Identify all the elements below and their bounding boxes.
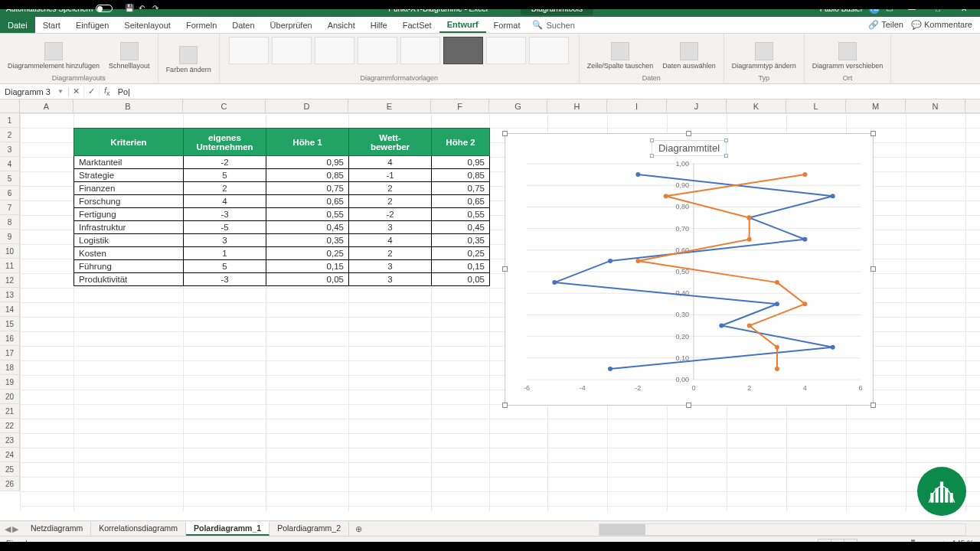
row-header-26[interactable]: 26 [0,477,20,491]
table-cell[interactable]: 2 [349,195,432,208]
change-colors-button[interactable]: Farben ändern [163,44,214,75]
tab-einfügen[interactable]: Einfügen [68,17,116,33]
row-header-23[interactable]: 23 [0,433,20,448]
sheet-tab[interactable]: Polardiagramm_2 [270,522,349,536]
row-header-9[interactable]: 9 [0,230,20,244]
table-cell[interactable]: 0,15 [266,260,349,273]
col-header-B[interactable]: B [74,99,183,112]
chart-style-thumb[interactable] [529,37,569,64]
table-cell[interactable]: 5 [184,169,266,182]
table-cell[interactable]: 0,85 [432,169,490,182]
name-box[interactable]: Diagramm 3▼ [0,87,69,96]
chart-style-thumb[interactable] [272,37,312,64]
col-header-J[interactable]: J [667,99,727,112]
row-header-13[interactable]: 13 [0,288,20,302]
row-header-24[interactable]: 24 [0,448,20,462]
tab-file[interactable]: Datei [0,17,35,33]
table-cell[interactable]: 0,95 [266,156,349,169]
move-chart-button[interactable]: Diagramm verschieben [809,41,887,71]
chart-style-thumb[interactable] [400,37,440,64]
tab-seitenlayout[interactable]: Seitenlayout [116,17,178,33]
row-header-25[interactable]: 25 [0,462,20,477]
row-header-3[interactable]: 3 [0,142,20,157]
row-header-6[interactable]: 6 [0,186,20,201]
col-header-G[interactable]: G [489,99,547,112]
row-header-16[interactable]: 16 [0,331,20,346]
col-header-K[interactable]: K [727,99,786,112]
row-header-2[interactable]: 2 [0,128,20,142]
col-header-M[interactable]: M [846,99,906,112]
row-header-7[interactable]: 7 [0,201,20,215]
sheet-tab[interactable]: Netzdiagramm [23,522,91,536]
row-header-20[interactable]: 20 [0,390,20,404]
table-cell[interactable]: 2 [349,247,432,260]
table-cell[interactable]: 0,45 [266,221,349,234]
switch-row-col-button[interactable]: Zeile/Spalte tauschen [584,41,657,71]
row-header-18[interactable]: 18 [0,360,20,375]
tab-factset[interactable]: FactSet [395,17,439,33]
select-data-button[interactable]: Daten auswählen [659,41,719,71]
tab-hilfe[interactable]: Hilfe [363,17,395,33]
cancel-formula-icon[interactable]: ✕ [69,86,84,96]
table-cell[interactable]: Logistik [74,234,184,247]
table-cell[interactable]: Produktivität [74,273,184,286]
chart-style-thumb[interactable] [443,37,483,64]
sheet-tab[interactable]: Polardiagramm_1 [186,522,270,536]
tab-überprüfen[interactable]: Überprüfen [263,17,320,33]
col-header-D[interactable]: D [266,99,348,112]
table-cell[interactable]: 0,95 [432,156,490,169]
table-cell[interactable]: 0,15 [432,260,490,273]
sheet-tab[interactable]: Korrelationsdiagramm [91,522,186,536]
row-header-12[interactable]: 12 [0,273,20,288]
add-chart-element-button[interactable]: Diagrammelement hinzufügen [5,41,103,71]
row-header-5[interactable]: 5 [0,171,20,186]
tab-format[interactable]: Format [486,17,528,33]
table-cell[interactable]: Finanzen [74,182,184,195]
table-cell[interactable]: Marktanteil [74,156,184,169]
fx-icon[interactable]: fx [100,86,115,97]
table-cell[interactable]: 0,05 [266,273,349,286]
chart-style-thumb[interactable] [358,37,397,64]
tell-me-search[interactable]: 🔍 Suchen [532,17,574,33]
table-cell[interactable]: Forschung [74,195,184,208]
table-cell[interactable]: 0,05 [432,273,490,286]
row-header-21[interactable]: 21 [0,404,20,419]
table-cell[interactable]: -1 [349,169,432,182]
quick-layout-button[interactable]: Schnelllayout [106,41,153,71]
tab-start[interactable]: Start [35,17,68,33]
table-cell[interactable]: Führung [74,260,184,273]
table-cell[interactable]: -3 [184,273,266,286]
col-header-N[interactable]: N [906,99,965,112]
col-header-C[interactable]: C [183,99,266,112]
table-cell[interactable]: 3 [184,234,266,247]
col-header-E[interactable]: E [348,99,431,112]
table-cell[interactable]: 0,35 [432,234,490,247]
table-cell[interactable]: -2 [184,156,266,169]
row-header-15[interactable]: 15 [0,317,20,331]
table-cell[interactable]: 0,75 [266,182,349,195]
chevron-down-icon[interactable]: ▼ [57,88,64,95]
table-cell[interactable]: 0,25 [266,247,349,260]
table-cell[interactable]: 4 [349,234,432,247]
tab-ansicht[interactable]: Ansicht [320,17,363,33]
row-header-8[interactable]: 8 [0,215,20,230]
table-cell[interactable]: 0,65 [432,195,490,208]
table-cell[interactable]: 2 [349,182,432,195]
col-header-F[interactable]: F [431,99,489,112]
tab-daten[interactable]: Daten [224,17,262,33]
chart-plot-area[interactable]: 0,000,100,200,300,400,500,600,700,800,90… [505,156,874,401]
chart-styles-gallery[interactable] [229,37,569,64]
sheet-nav-prev-icon[interactable]: ◀ [5,524,11,533]
table-cell[interactable]: -5 [184,221,266,234]
select-all-button[interactable] [0,99,20,112]
undo-icon[interactable]: ↶ [139,4,148,13]
chart-style-thumb[interactable] [486,37,526,64]
sheet-nav-next-icon[interactable]: ▶ [12,524,18,533]
table-cell[interactable]: -3 [184,208,266,221]
table-cell[interactable]: Strategie [74,169,184,182]
table-cell[interactable]: 0,75 [432,182,490,195]
table-cell[interactable]: 2 [184,182,266,195]
table-cell[interactable]: 0,45 [432,221,490,234]
col-header-L[interactable]: L [786,99,846,112]
enter-formula-icon[interactable]: ✓ [84,86,100,96]
